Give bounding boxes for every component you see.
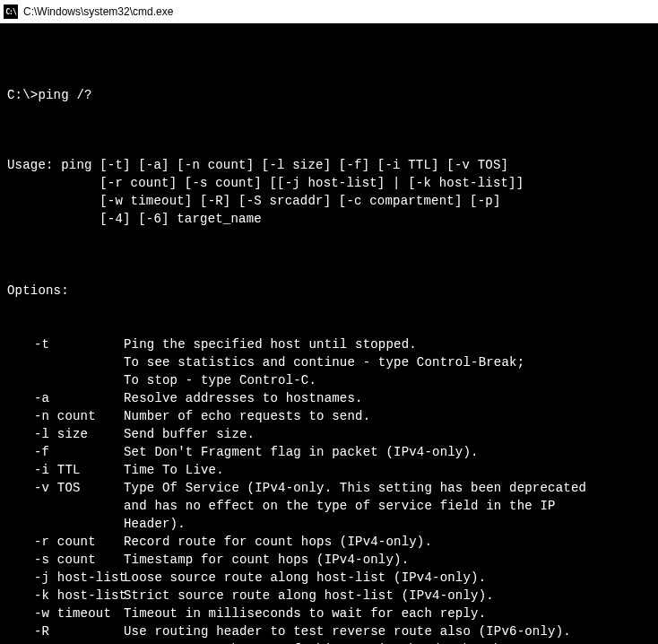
option-row: -v TOSType Of Service (IPv4-only. This s… (7, 479, 651, 533)
usage-line: Usage: ping [-t] [-a] [-n count] [-l siz… (7, 156, 651, 174)
window-titlebar[interactable]: C:\ C:\Windows\system32\cmd.exe (0, 0, 658, 23)
option-row: -r countRecord route for count hops (IPv… (7, 533, 651, 551)
option-flag: -f (7, 443, 124, 461)
usage-line: [-w timeout] [-R] [-S srcaddr] [-c compa… (7, 192, 651, 210)
option-flag: -t (7, 335, 124, 389)
option-row: -RUse routing header to test reverse rou… (7, 622, 651, 644)
option-row: -n countNumber of echo requests to send. (7, 407, 651, 425)
option-flag: -w timeout (7, 605, 124, 622)
option-flag: -R (7, 622, 124, 644)
option-flag: -i TTL (7, 461, 124, 479)
option-flag: -s count (7, 551, 124, 569)
option-description: Strict source route along host-list (IPv… (124, 587, 651, 605)
option-description: Timeout in milliseconds to wait for each… (124, 605, 651, 622)
option-description: Number of echo requests to send. (124, 407, 651, 425)
option-flag: -n count (7, 407, 124, 425)
options-list: -tPing the specified host until stopped.… (7, 335, 651, 644)
option-description: Ping the specified host until stopped. T… (124, 335, 651, 389)
option-row: -aResolve addresses to hostnames. (7, 389, 651, 407)
option-description: Send buffer size. (124, 425, 651, 443)
option-flag: -k host-list (7, 587, 124, 605)
option-flag: -r count (7, 533, 124, 551)
option-flag: -l size (7, 425, 124, 443)
option-flag: -v TOS (7, 479, 124, 533)
usage-line: [-r count] [-s count] [[-j host-list] | … (7, 174, 651, 192)
option-row: -k host-listStrict source route along ho… (7, 587, 651, 605)
usage-block: Usage: ping [-t] [-a] [-n count] [-l siz… (7, 156, 651, 228)
option-description: Resolve addresses to hostnames. (124, 389, 651, 407)
option-flag: -j host-list (7, 569, 124, 587)
option-row: -i TTLTime To Live. (7, 461, 651, 479)
option-flag: -a (7, 389, 124, 407)
option-description: Timestamp for count hops (IPv4-only). (124, 551, 651, 569)
usage-line: [-4] [-6] target_name (7, 210, 651, 228)
option-row: -j host-listLoose source route along hos… (7, 569, 651, 587)
option-row: -w timeoutTimeout in milliseconds to wai… (7, 605, 651, 622)
option-row: -l sizeSend buffer size. (7, 425, 651, 443)
option-description: Loose source route along host-list (IPv4… (124, 569, 651, 587)
option-row: -tPing the specified host until stopped.… (7, 335, 651, 389)
terminal-output: C:\>ping /? Usage: ping [-t] [-a] [-n co… (0, 23, 658, 644)
option-row: -fSet Don't Fragment flag in packet (IPv… (7, 443, 651, 461)
option-row: -s countTimestamp for count hops (IPv4-o… (7, 551, 651, 569)
command-prompt-line: C:\>ping /? (7, 86, 651, 104)
option-description: Record route for count hops (IPv4-only). (124, 533, 651, 551)
option-description: Use routing header to test reverse route… (124, 622, 651, 644)
option-description: Type Of Service (IPv4-only. This setting… (124, 479, 651, 533)
options-header: Options: (7, 282, 651, 300)
option-description: Set Don't Fragment flag in packet (IPv4-… (124, 443, 651, 461)
option-description: Time To Live. (124, 461, 651, 479)
window-title: C:\Windows\system32\cmd.exe (23, 5, 654, 18)
cmd-icon: C:\ (4, 4, 18, 19)
